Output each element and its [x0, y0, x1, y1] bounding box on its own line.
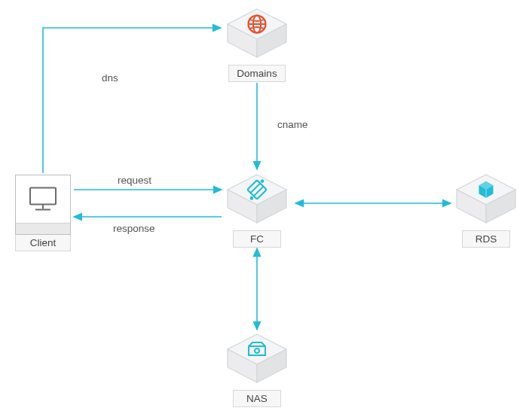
monitor-icon: [28, 186, 58, 214]
node-client: Client: [15, 175, 71, 251]
svg-point-31: [258, 350, 260, 352]
node-nas: NAS: [225, 331, 289, 407]
edge-label-dns: dns: [102, 72, 118, 84]
svg-rect-2: [30, 187, 56, 204]
client-screen: [15, 175, 71, 235]
edge-label-request: request: [118, 175, 151, 186]
node-label-nas: NAS: [233, 390, 281, 407]
node-label-fc: FC: [233, 230, 281, 248]
node-rds: RDS: [454, 172, 518, 248]
node-label-client: Client: [15, 235, 71, 251]
node-domains: Domains: [225, 6, 289, 82]
node-fc: FC: [225, 172, 289, 248]
svg-point-30: [254, 350, 255, 352]
node-label-domains: Domains: [228, 65, 285, 82]
edge-label-cname: cname: [277, 119, 308, 130]
edge-label-response: response: [113, 223, 155, 234]
node-label-rds: RDS: [462, 230, 510, 248]
